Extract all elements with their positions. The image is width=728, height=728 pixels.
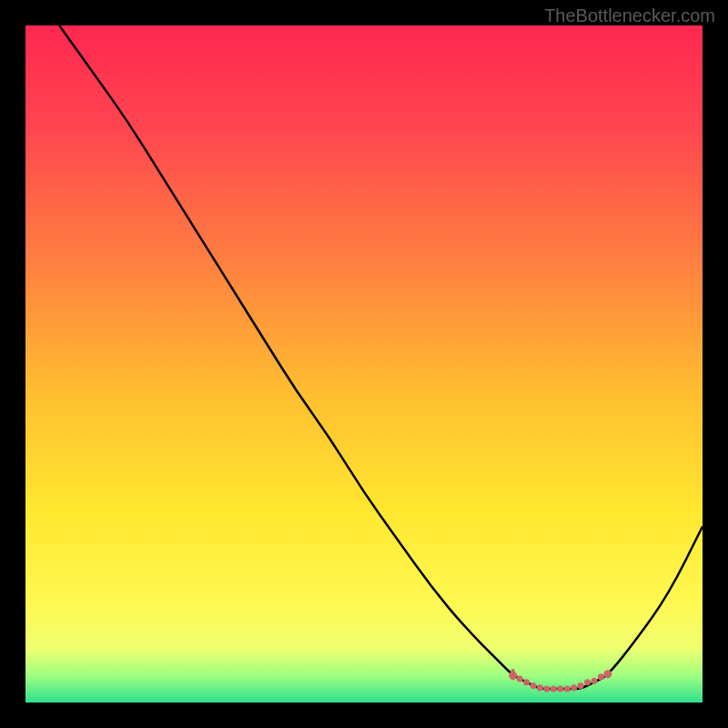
marker-dot [564,686,571,693]
marker-dots [509,669,612,692]
marker-dot [551,686,557,693]
marker-dot [578,682,584,689]
marker-dot [584,679,591,685]
marker-dot [523,679,530,685]
marker-dot [517,675,523,682]
marker-dot [531,682,537,689]
marker-dot [598,673,604,680]
bottleneck-curve [59,25,703,689]
marker-dot [537,684,543,691]
marker-dot [591,678,597,684]
marker-dot [571,684,577,691]
marker-dot [557,686,563,693]
chart-area [25,25,703,703]
marker-dot [543,686,550,693]
watermark-text: TheBottlenecker.com [544,5,715,26]
curve-overlay [25,25,703,703]
marker-dot [603,670,612,678]
marker-dot [509,672,517,680]
